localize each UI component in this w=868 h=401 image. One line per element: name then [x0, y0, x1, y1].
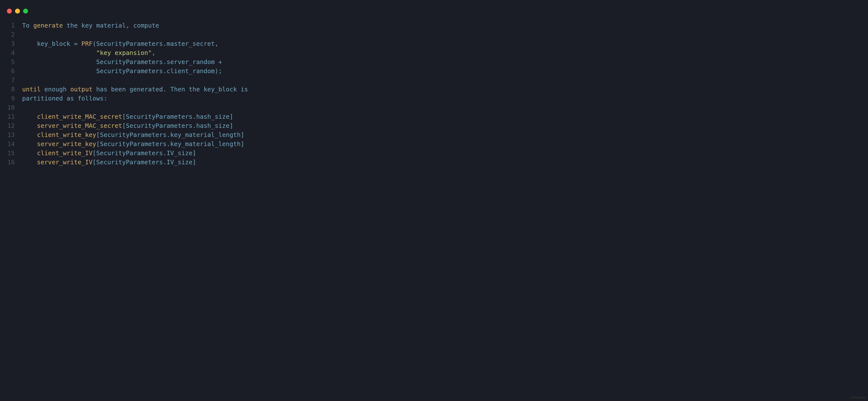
line-number: 3 [0, 39, 15, 48]
code-line: until enough output has been generated. … [22, 85, 868, 94]
code-editor: 1 2 3 4 5 6 7 8 9 10 11 12 13 14 15 16 T… [0, 21, 868, 167]
code-token: server_write_MAC_secret [22, 122, 122, 129]
maximize-icon[interactable] [23, 9, 28, 13]
code-token: PRF [82, 40, 93, 47]
code-token: enough [40, 86, 70, 93]
code-content[interactable]: To generate the key material, compute ke… [22, 21, 868, 167]
code-token: the key material, compute [63, 22, 159, 29]
code-token: client_write_IV [22, 149, 93, 156]
line-number: 1 [0, 21, 15, 30]
line-number: 12 [0, 121, 15, 130]
code-line: SecurityParameters.server_random + [22, 57, 868, 66]
line-number: 9 [0, 94, 15, 103]
line-number: 8 [0, 85, 15, 94]
code-token: [SecurityParameters.key_material_length] [96, 140, 244, 147]
code-token: To [22, 22, 33, 29]
code-line: server_write_key[SecurityParameters.key_… [22, 139, 868, 148]
code-token: client_write_key [22, 131, 96, 138]
code-line [22, 103, 868, 112]
code-token: [SecurityParameters.IV_size] [93, 149, 196, 156]
code-line: client_write_IV[SecurityParameters.IV_si… [22, 148, 868, 157]
line-number: 15 [0, 148, 15, 157]
window-controls [0, 5, 868, 21]
code-token: [SecurityParameters.hash_size] [122, 113, 233, 120]
code-line [22, 76, 868, 85]
close-icon[interactable] [7, 9, 12, 13]
line-number: 10 [0, 103, 15, 112]
code-token: partitioned as follows: [22, 95, 107, 102]
code-token: [SecurityParameters.IV_size] [93, 159, 196, 166]
code-token: has been generated. Then the key_block i… [93, 86, 248, 93]
code-token: [SecurityParameters.key_material_length] [96, 131, 244, 138]
code-token: client_write_MAC_secret [22, 113, 122, 120]
line-number: 13 [0, 130, 15, 139]
code-token [22, 49, 96, 56]
line-number-gutter: 1 2 3 4 5 6 7 8 9 10 11 12 13 14 15 16 [0, 21, 22, 167]
code-token: "key expansion" [96, 49, 152, 56]
code-line: server_write_IV[SecurityParameters.IV_si… [22, 157, 868, 167]
code-line: To generate the key material, compute [22, 21, 868, 30]
minimize-icon[interactable] [15, 9, 20, 13]
code-token: server_write_IV [22, 159, 93, 166]
code-token: SecurityParameters.server_random + [22, 58, 222, 65]
code-line: "key expansion", [22, 48, 868, 57]
code-token: generate [33, 22, 63, 29]
code-token: , [152, 49, 155, 56]
code-line: partitioned as follows: [22, 94, 868, 103]
code-token: key_block = [22, 40, 82, 47]
code-token: (SecurityParameters.master_secret, [93, 40, 218, 47]
line-number: 5 [0, 57, 15, 66]
code-token: until [22, 86, 40, 93]
code-line: key_block = PRF(SecurityParameters.maste… [22, 39, 868, 48]
line-number: 4 [0, 48, 15, 57]
code-token: output [70, 86, 93, 93]
line-number: 14 [0, 139, 15, 148]
line-number: 7 [0, 76, 15, 85]
line-number: 6 [0, 66, 15, 76]
code-line [22, 30, 868, 39]
code-token: SecurityParameters.client_random); [22, 67, 222, 75]
code-line: client_write_MAC_secret[SecurityParamete… [22, 112, 868, 121]
code-line: client_write_key[SecurityParameters.key_… [22, 130, 868, 139]
code-line: server_write_MAC_secret[SecurityParamete… [22, 121, 868, 130]
code-token: [SecurityParameters.hash_size] [122, 122, 233, 129]
line-number: 2 [0, 30, 15, 39]
line-number: 16 [0, 157, 15, 167]
code-token: server_write_key [22, 140, 96, 147]
line-number: 11 [0, 112, 15, 121]
code-line: SecurityParameters.client_random); [22, 66, 868, 76]
